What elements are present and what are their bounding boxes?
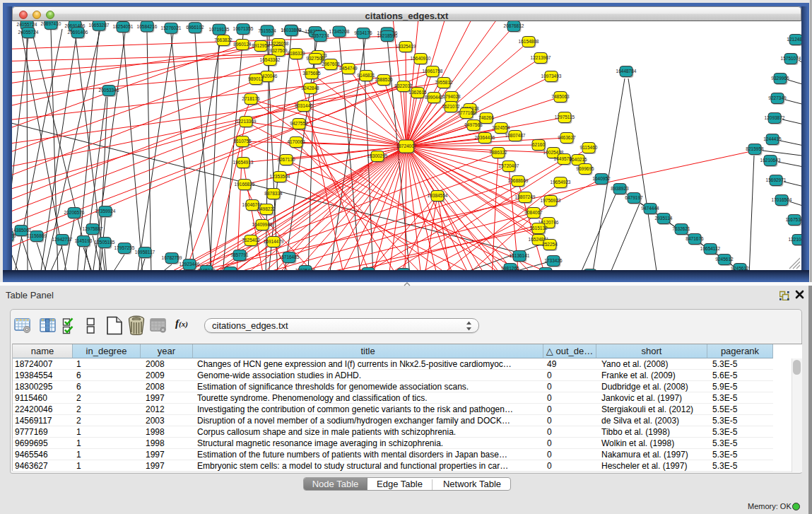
svg-text:1167534: 1167534 bbox=[786, 217, 801, 222]
svg-text:8938923: 8938923 bbox=[611, 186, 629, 191]
svg-text:7886322: 7886322 bbox=[489, 150, 507, 155]
svg-text:16210643: 16210643 bbox=[760, 158, 781, 163]
svg-text:6966102: 6966102 bbox=[186, 25, 204, 30]
svg-text:19654923: 19654923 bbox=[551, 180, 571, 185]
svg-text:9146821: 9146821 bbox=[357, 73, 375, 78]
svg-text:2718176: 2718176 bbox=[242, 96, 260, 101]
svg-text:12210431: 12210431 bbox=[789, 237, 801, 242]
svg-text:19166825: 19166825 bbox=[235, 182, 255, 187]
svg-text:1588520: 1588520 bbox=[375, 77, 393, 82]
svg-text:9245013: 9245013 bbox=[197, 268, 216, 270]
svg-text:10671355: 10671355 bbox=[233, 26, 254, 31]
svg-text:6497568: 6497568 bbox=[464, 122, 483, 127]
svg-text:8454749: 8454749 bbox=[339, 66, 358, 71]
svg-text:16914479: 16914479 bbox=[264, 239, 284, 244]
svg-text:11025437: 11025437 bbox=[295, 268, 316, 270]
svg-text:5498222: 5498222 bbox=[257, 206, 276, 211]
svg-text:3875685: 3875685 bbox=[302, 71, 321, 76]
svg-text:17345208: 17345208 bbox=[329, 29, 350, 34]
svg-text:16448784: 16448784 bbox=[616, 69, 637, 74]
svg-text:19218596: 19218596 bbox=[377, 33, 398, 38]
svg-text:12213369: 12213369 bbox=[236, 119, 257, 124]
svg-text:7632621: 7632621 bbox=[672, 226, 690, 231]
svg-text:9699695: 9699695 bbox=[576, 166, 594, 171]
svg-text:9640215: 9640215 bbox=[569, 157, 587, 162]
svg-text:15716485: 15716485 bbox=[279, 255, 300, 259]
svg-text:24055724: 24055724 bbox=[17, 22, 37, 27]
svg-text:9777169: 9777169 bbox=[457, 110, 476, 115]
svg-text:8127405: 8127405 bbox=[221, 269, 240, 270]
svg-text:8322037: 8322037 bbox=[394, 83, 413, 88]
svg-text:10584216: 10584216 bbox=[137, 24, 158, 29]
svg-text:19384554: 19384554 bbox=[428, 193, 448, 198]
svg-text:16409948: 16409948 bbox=[252, 222, 273, 227]
svg-text:12975887: 12975887 bbox=[83, 226, 103, 231]
svg-text:252254: 252254 bbox=[542, 242, 558, 247]
svg-text:20897410: 20897410 bbox=[41, 21, 61, 26]
svg-text:1145193: 1145193 bbox=[75, 238, 93, 243]
svg-text:16782759: 16782759 bbox=[162, 255, 182, 260]
svg-text:8215958: 8215958 bbox=[746, 146, 764, 151]
svg-text:989012: 989012 bbox=[248, 76, 264, 81]
svg-text:10807487: 10807487 bbox=[505, 133, 526, 138]
svg-text:7485063: 7485063 bbox=[551, 94, 570, 99]
svg-text:746266: 746266 bbox=[478, 115, 494, 120]
svg-text:10973493: 10973493 bbox=[541, 74, 562, 78]
svg-text:9327508: 9327508 bbox=[306, 56, 324, 61]
svg-text:9327509: 9327509 bbox=[269, 48, 288, 53]
svg-text:11156869: 11156869 bbox=[27, 233, 47, 238]
svg-text:7625402: 7625402 bbox=[242, 238, 260, 243]
svg-text:20691406: 20691406 bbox=[68, 30, 88, 35]
svg-text:9034176: 9034176 bbox=[354, 30, 372, 35]
svg-text:2935114: 2935114 bbox=[655, 216, 673, 221]
svg-text:16033809: 16033809 bbox=[281, 28, 302, 33]
svg-text:16961758: 16961758 bbox=[423, 69, 443, 74]
svg-text:8990443: 8990443 bbox=[425, 95, 443, 100]
svg-text:3267130: 3267130 bbox=[277, 157, 295, 162]
svg-text:10719135: 10719135 bbox=[209, 27, 230, 32]
svg-text:4170063: 4170063 bbox=[287, 139, 305, 144]
svg-text:9329966: 9329966 bbox=[771, 76, 789, 81]
svg-text:20053346: 20053346 bbox=[99, 88, 119, 93]
svg-text:15692971: 15692971 bbox=[766, 177, 787, 182]
svg-text:15720407: 15720407 bbox=[499, 163, 519, 168]
svg-text:18724007: 18724007 bbox=[396, 144, 417, 148]
svg-text:1244415: 1244415 bbox=[763, 136, 782, 141]
svg-text:9427552: 9427552 bbox=[290, 121, 308, 126]
svg-text:9115460: 9115460 bbox=[580, 145, 598, 150]
svg-text:12942737: 12942737 bbox=[52, 237, 73, 242]
svg-text:8471676: 8471676 bbox=[686, 236, 704, 241]
svg-text:13325419: 13325419 bbox=[396, 44, 416, 49]
svg-text:9084067: 9084067 bbox=[524, 210, 543, 215]
svg-text:9981265: 9981265 bbox=[501, 266, 519, 270]
svg-text:1621072: 1621072 bbox=[442, 104, 460, 109]
svg-text:15640910: 15640910 bbox=[411, 56, 431, 61]
svg-text:9857791: 9857791 bbox=[230, 252, 249, 257]
svg-text:14136141: 14136141 bbox=[510, 253, 530, 258]
svg-text:10958117: 10958117 bbox=[135, 250, 155, 255]
svg-text:20364436: 20364436 bbox=[475, 135, 495, 140]
svg-text:9245612: 9245612 bbox=[731, 266, 749, 270]
svg-text:12093872: 12093872 bbox=[765, 115, 785, 120]
svg-text:1733426: 1733426 bbox=[544, 258, 563, 263]
svg-text:12923446: 12923446 bbox=[180, 262, 200, 267]
svg-text:24055724: 24055724 bbox=[18, 30, 39, 35]
svg-text:1615132: 1615132 bbox=[529, 226, 548, 230]
svg-text:9463627: 9463627 bbox=[558, 135, 576, 140]
svg-text:9242848: 9242848 bbox=[301, 86, 319, 90]
svg-text:10654112: 10654112 bbox=[700, 246, 721, 251]
svg-text:12213967: 12213967 bbox=[531, 55, 551, 60]
svg-text:7357274: 7357274 bbox=[311, 33, 329, 38]
svg-text:19756923: 19756923 bbox=[541, 198, 561, 203]
svg-text:17016504: 17016504 bbox=[772, 197, 792, 202]
svg-text:15276021: 15276021 bbox=[161, 25, 182, 30]
svg-text:12975115: 12975115 bbox=[555, 115, 575, 119]
svg-text:10688609: 10688609 bbox=[508, 178, 529, 183]
svg-text:1362615: 1362615 bbox=[408, 90, 427, 95]
svg-text:8031440: 8031440 bbox=[295, 103, 313, 108]
svg-text:9474444: 9474444 bbox=[641, 206, 659, 211]
svg-text:9227349: 9227349 bbox=[768, 95, 787, 100]
svg-text:18300295: 18300295 bbox=[367, 153, 388, 158]
svg-text:6794028: 6794028 bbox=[442, 94, 461, 99]
svg-text:62160: 62160 bbox=[532, 142, 545, 147]
